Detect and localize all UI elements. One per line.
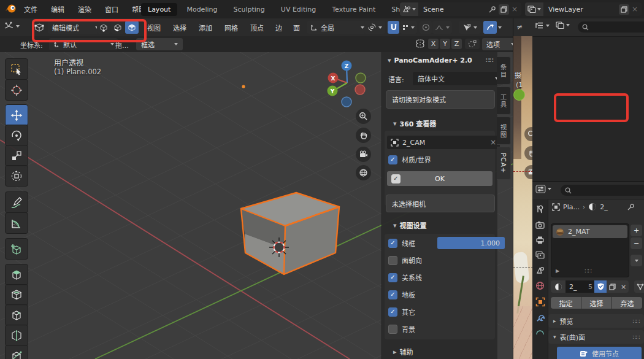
view-settings-header[interactable]: ▾视图设置	[393, 220, 427, 230]
properties-editor-type-button[interactable]	[535, 185, 551, 193]
tab-uv-editing[interactable]: UV Editing	[274, 3, 323, 16]
gizmo-visibility-dropdown[interactable]	[459, 21, 481, 34]
menu-render[interactable]: 渲染	[71, 4, 98, 14]
xray-toggle-icon[interactable]: ≠	[516, 23, 523, 31]
menu-vertex[interactable]: 顶点	[244, 23, 270, 33]
view-layer-copy-button[interactable]	[619, 4, 629, 15]
menu-mesh[interactable]: 网格	[218, 23, 244, 33]
scene-properties-tab[interactable]	[535, 266, 545, 274]
camera-view-button[interactable]	[356, 147, 371, 162]
tool-loop-cut[interactable]	[5, 325, 28, 346]
menu-window[interactable]: 窗口	[98, 4, 125, 14]
tool-rotate[interactable]	[5, 125, 28, 146]
switch-mode-notice[interactable]: 请切换到对象模式	[386, 90, 495, 109]
scene-pin-icon[interactable]	[488, 6, 496, 14]
wireframe-slider[interactable]: 1.000	[437, 237, 505, 249]
view-layer-delete-button[interactable]: ×	[632, 5, 642, 14]
unlink-material-button[interactable]: ×	[618, 280, 629, 293]
browse-material-button[interactable]	[551, 280, 565, 293]
world-properties-tab[interactable]	[535, 281, 545, 290]
tab-modeling[interactable]: Modeling	[180, 3, 224, 16]
proportional-editing-toggle[interactable]	[420, 21, 432, 34]
preview-panel-header[interactable]: ▸预览∷∷	[548, 314, 644, 328]
material-users-count[interactable]: 5	[586, 280, 594, 293]
tool-transform[interactable]	[5, 165, 28, 187]
copy-material-button[interactable]	[607, 280, 618, 293]
breadcrumb-material-name[interactable]: 2_	[600, 203, 608, 211]
wireframe-toggle[interactable]: ✓线框	[388, 238, 415, 248]
camera-field[interactable]: 2_CAM ×	[387, 136, 500, 149]
ok-button[interactable]: ✓ OK	[387, 171, 493, 186]
menu-select[interactable]: 选择	[167, 23, 193, 33]
tool-annotate[interactable]	[5, 191, 28, 213]
scene-name[interactable]: Scene	[418, 6, 488, 14]
mirror-x-button[interactable]: X	[428, 39, 439, 49]
properties-search-input[interactable]	[561, 185, 644, 196]
tool-measure[interactable]	[5, 212, 28, 234]
panel-grip[interactable]: ∷∷	[486, 57, 493, 64]
object-properties-tab[interactable]	[535, 297, 545, 307]
sidebar-tab-pca[interactable]: PCA+	[497, 147, 511, 180]
material-world-toggle[interactable]: ✓材质/世界	[388, 155, 431, 164]
language-dropdown[interactable]: 简体中文	[413, 72, 504, 85]
camera-strip-viewport[interactable]: ≠ 摄 (1	[513, 18, 534, 359]
surface-panel-header[interactable]: ▾表(曲)面∷∷	[548, 330, 644, 344]
mirror-z-button[interactable]: Z	[451, 39, 462, 49]
select-button[interactable]: 选择	[581, 297, 611, 309]
menu-add[interactable]: 添加	[193, 23, 218, 33]
breadcrumb-object-name[interactable]: Pla...	[563, 203, 580, 211]
tool-properties-tab[interactable]	[535, 205, 545, 214]
tab-layout[interactable]: Layout	[141, 3, 177, 16]
material-slot-list[interactable]: 2_MAT ▶ ∷∷	[551, 223, 629, 277]
pivot-point-dropdown[interactable]	[364, 21, 385, 34]
material-name-field[interactable]: 2_	[565, 280, 586, 293]
sidebar-tab-tool[interactable]: 工具	[497, 87, 511, 115]
camera-clear-icon[interactable]: ×	[490, 138, 496, 147]
view-layer-browse-button[interactable]	[525, 2, 543, 16]
pca-panel-header[interactable]: ▾PanoCamAdder+ 2.0∷∷	[388, 56, 493, 64]
zoom-in-button[interactable]	[356, 109, 371, 124]
sidebar-tab-item[interactable]: 条目	[497, 56, 511, 85]
tool-add-cube[interactable]	[5, 238, 28, 260]
material-specials-dropdown[interactable]	[634, 280, 644, 293]
gizmo-y-ball-clipped[interactable]	[513, 89, 525, 101]
tab-sculpting[interactable]: Sculpting	[226, 3, 271, 16]
menu-file[interactable]: 文件	[17, 4, 44, 14]
slot-list-grip[interactable]: ∷∷	[585, 268, 591, 274]
slot-specials-dropdown[interactable]	[631, 255, 642, 266]
scene-delete-button[interactable]: ×	[512, 5, 521, 14]
tool-bevel[interactable]	[5, 304, 28, 326]
menu-edit[interactable]: 编辑	[44, 4, 71, 14]
overlays-dropdown[interactable]	[483, 21, 502, 34]
pin-id-icon[interactable]	[627, 203, 635, 211]
view-layer-name[interactable]: ViewLayer	[543, 6, 619, 14]
tool-extrude-region[interactable]	[5, 264, 28, 285]
tool-scale[interactable]	[5, 145, 28, 166]
tool-inset-faces[interactable]	[5, 284, 28, 306]
remove-slot-button[interactable]: −	[631, 237, 642, 249]
add-slot-button[interactable]: +	[631, 225, 642, 236]
editor-type-button[interactable]	[4, 21, 20, 31]
floor-toggle[interactable]: ✓地板	[388, 290, 415, 299]
render-properties-tab[interactable]	[535, 221, 545, 229]
outliner-search-input[interactable]	[578, 21, 644, 33]
view-layer-properties-tab[interactable]	[535, 251, 545, 259]
snap-toggle-button[interactable]	[388, 21, 399, 34]
pan-hand-button[interactable]	[356, 128, 371, 143]
use-nodes-button[interactable]: 使用节点	[557, 347, 642, 359]
assign-button[interactable]: 指定	[551, 297, 581, 309]
tool-knife[interactable]	[5, 345, 28, 359]
relationship-lines-toggle[interactable]: ✓关系线	[388, 272, 422, 282]
menu-edge[interactable]: 边	[270, 23, 288, 33]
modifier-properties-tab[interactable]	[535, 314, 545, 323]
snap-path-button[interactable]	[465, 39, 480, 49]
transform-orientation-dropdown[interactable]: 全局	[307, 21, 368, 34]
sidebar-tab-view[interactable]: 视图	[497, 117, 511, 145]
tool-cursor[interactable]	[5, 79, 28, 101]
fake-user-shield-button[interactable]	[594, 280, 607, 293]
output-properties-tab[interactable]	[535, 236, 545, 244]
viewer-section-header[interactable]: ▾360 查看器	[393, 118, 436, 128]
background-toggle[interactable]: 背景	[388, 324, 415, 334]
mirror-y-button[interactable]: Y	[440, 39, 450, 49]
physics-properties-tab[interactable]	[535, 330, 545, 334]
